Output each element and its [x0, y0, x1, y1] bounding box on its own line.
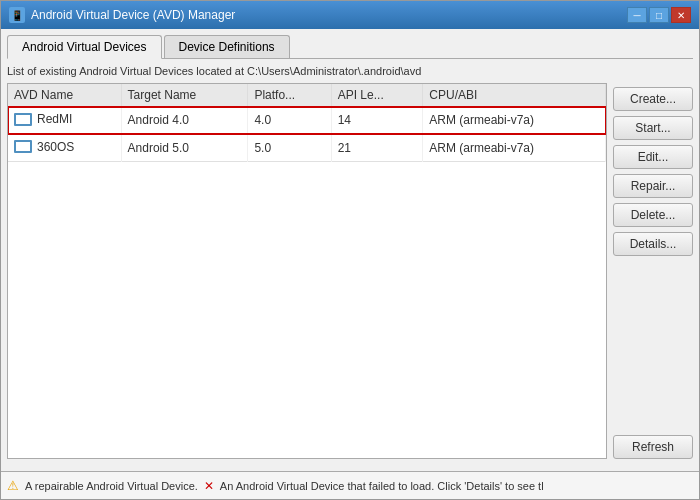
maximize-button[interactable]: □ [649, 7, 669, 23]
content-area: Android Virtual Devices Device Definitio… [1, 29, 699, 465]
col-avd-name: AVD Name [8, 84, 121, 107]
cell-platform: 4.0 [248, 107, 331, 135]
col-api-level: API Le... [331, 84, 423, 107]
right-panel: Create... Start... Edit... Repair... Del… [613, 65, 693, 459]
table-header-row: AVD Name Target Name Platfo... API Le...… [8, 84, 606, 107]
col-platform: Platfo... [248, 84, 331, 107]
description-text: List of existing Android Virtual Devices… [7, 65, 607, 77]
warning-icon: ⚠ [7, 478, 19, 493]
window-title: Android Virtual Device (AVD) Manager [31, 8, 627, 22]
error-icon: ✕ [204, 479, 214, 493]
window-controls: ─ □ ✕ [627, 7, 691, 23]
table-row[interactable]: RedMIAndroid 4.04.014ARM (armeabi-v7a) [8, 107, 606, 135]
cell-api-level: 21 [331, 134, 423, 162]
title-bar: 📱 Android Virtual Device (AVD) Manager ─… [1, 1, 699, 29]
tab-bar: Android Virtual Devices Device Definitio… [7, 35, 693, 59]
avd-table: AVD Name Target Name Platfo... API Le...… [8, 84, 606, 162]
details-button[interactable]: Details... [613, 232, 693, 256]
cell-cpu-abi: ARM (armeabi-v7a) [423, 134, 606, 162]
refresh-button[interactable]: Refresh [613, 435, 693, 459]
create-button[interactable]: Create... [613, 87, 693, 111]
main-window: 📱 Android Virtual Device (AVD) Manager ─… [0, 0, 700, 500]
edit-button[interactable]: Edit... [613, 145, 693, 169]
error-text: An Android Virtual Device that failed to… [220, 480, 544, 492]
cell-avd-name: RedMI [8, 107, 121, 135]
cell-target-name: Android 4.0 [121, 107, 248, 135]
avd-table-container[interactable]: AVD Name Target Name Platfo... API Le...… [7, 83, 607, 459]
warning-text: A repairable Android Virtual Device. [25, 480, 198, 492]
minimize-button[interactable]: ─ [627, 7, 647, 23]
table-row[interactable]: 360OSAndroid 5.05.021ARM (armeabi-v7a) [8, 134, 606, 162]
cell-cpu-abi: ARM (armeabi-v7a) [423, 107, 606, 135]
cell-target-name: Android 5.0 [121, 134, 248, 162]
status-bar: ⚠ A repairable Android Virtual Device. ✕… [1, 471, 699, 499]
col-target-name: Target Name [121, 84, 248, 107]
tab-device-definitions[interactable]: Device Definitions [164, 35, 290, 58]
repair-button[interactable]: Repair... [613, 174, 693, 198]
delete-button[interactable]: Delete... [613, 203, 693, 227]
cell-avd-name: 360OS [8, 134, 121, 162]
left-panel: List of existing Android Virtual Devices… [7, 65, 607, 459]
main-area: List of existing Android Virtual Devices… [7, 65, 693, 459]
cell-platform: 5.0 [248, 134, 331, 162]
col-cpu-abi: CPU/ABI [423, 84, 606, 107]
app-icon: 📱 [9, 7, 25, 23]
spacer [613, 261, 693, 430]
cell-api-level: 14 [331, 107, 423, 135]
close-button[interactable]: ✕ [671, 7, 691, 23]
start-button[interactable]: Start... [613, 116, 693, 140]
tab-android-virtual-devices[interactable]: Android Virtual Devices [7, 35, 162, 59]
device-icon [14, 140, 32, 153]
device-icon [14, 113, 32, 126]
